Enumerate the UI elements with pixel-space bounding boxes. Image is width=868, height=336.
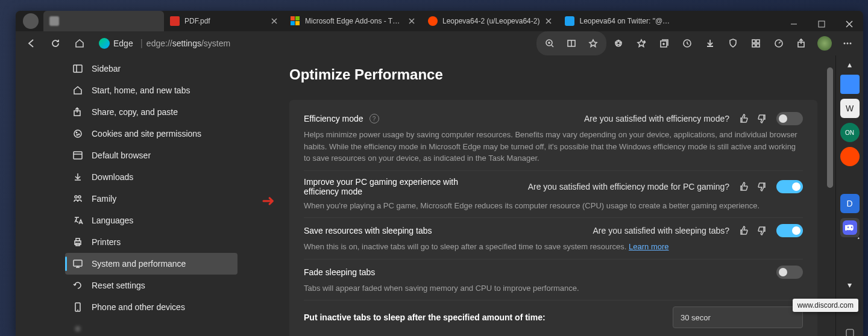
tab-settings[interactable] <box>43 11 164 31</box>
efficiency-row: Efficiency mode ? Are you satisfied with… <box>304 112 803 170</box>
scrollbar[interactable] <box>826 55 834 336</box>
tab-twitter[interactable]: Leopeva64 on Twitter: "@… <box>559 11 676 31</box>
svg-rect-0 <box>291 16 295 20</box>
refresh-button[interactable] <box>45 33 66 54</box>
collections-button[interactable] <box>653 33 675 54</box>
svg-rect-34 <box>846 329 854 336</box>
security-button[interactable] <box>722 33 744 54</box>
home-button[interactable] <box>69 33 90 54</box>
thumbs-down-icon[interactable] <box>757 225 768 236</box>
reset-icon <box>72 280 83 291</box>
sidebar-item-phone[interactable]: Phone and other devices <box>65 296 237 318</box>
info-icon[interactable]: ? <box>370 114 379 123</box>
svg-rect-12 <box>752 44 755 47</box>
address-bar[interactable]: Edge | edge://settings/system <box>95 38 230 49</box>
close-icon[interactable] <box>407 17 416 25</box>
settings-favicon <box>49 16 59 26</box>
rewards-button[interactable] <box>608 33 629 54</box>
sidebar-expand-icon[interactable]: ▾ <box>840 275 860 294</box>
phone-icon <box>72 302 83 313</box>
profile-indicator[interactable] <box>23 13 39 29</box>
row-description: Tabs will appear faded when saving memor… <box>304 282 803 294</box>
favorites-list-button[interactable] <box>631 33 652 54</box>
reader-button[interactable] <box>561 33 582 54</box>
tab-reddit[interactable]: Leopeva64-2 (u/Leopeva64-2) <box>422 11 559 31</box>
back-button[interactable] <box>20 33 42 54</box>
svg-rect-25 <box>74 152 82 159</box>
sidebar-item-browser[interactable]: Default browser <box>65 145 237 166</box>
toolbar: Edge | edge://settings/system <box>16 31 863 55</box>
row-description: When you're playing a PC game, Microsoft… <box>304 200 803 212</box>
thumbs-up-icon[interactable] <box>738 225 749 236</box>
thumbs-down-icon[interactable] <box>757 113 768 124</box>
close-window-button[interactable] <box>835 11 863 37</box>
close-icon[interactable] <box>270 17 278 25</box>
blur-icon <box>72 323 83 334</box>
sidebar-item-download[interactable]: Downloads <box>65 166 237 188</box>
efficiency-toggle[interactable] <box>776 112 803 125</box>
sidebar-discord-icon[interactable] <box>840 218 860 237</box>
downloads-button[interactable] <box>699 33 721 54</box>
maximize-button[interactable] <box>808 11 835 37</box>
pdf-icon <box>170 16 180 26</box>
learn-more-link[interactable]: Learn more <box>629 242 668 251</box>
sleeping-toggle[interactable] <box>776 224 803 237</box>
row-description: Helps minimize power usage by saving com… <box>304 129 803 164</box>
sidebar-item-share[interactable]: Share, copy, and paste <box>65 101 237 123</box>
thumbs-down-icon[interactable] <box>757 181 768 192</box>
sidebar-item-lang[interactable]: Languages <box>65 210 237 231</box>
tab-pdf[interactable]: PDF.pdf <box>164 11 285 31</box>
thumbs-up-icon[interactable] <box>738 181 749 192</box>
fade-toggle[interactable] <box>776 266 803 279</box>
svg-rect-4 <box>819 21 825 27</box>
share-icon <box>72 107 83 117</box>
sidebar-app-d[interactable]: D <box>840 194 860 213</box>
fade-row: Fade sleeping tabs Tabs will appear fade… <box>304 259 803 300</box>
sidebar-item-home[interactable]: Start, home, and new tabs <box>65 79 237 101</box>
feedback-question: Are you satisfied with sleeping tabs? <box>593 226 729 235</box>
sidebar-item-label: System and performance <box>92 259 186 269</box>
settings-main: ➜ Optimize Performance Efficiency mode ?… <box>256 55 835 336</box>
window-controls <box>780 11 863 37</box>
row-description: When this is on, inactive tabs will go t… <box>304 241 803 253</box>
gaming-toggle[interactable] <box>776 180 803 193</box>
sidebar-item-label: Downloads <box>92 172 133 182</box>
history-button[interactable] <box>676 33 698 54</box>
sidebar-app-1[interactable] <box>840 75 860 94</box>
close-icon[interactable] <box>544 17 553 25</box>
feedback-question: Are you satisfied with efficiency mode f… <box>528 182 729 191</box>
svg-rect-1 <box>295 16 300 20</box>
sidebar-wikipedia-icon[interactable]: W <box>840 99 860 118</box>
ms-icon <box>291 16 300 26</box>
sleep-time-dropdown[interactable]: 30 secor <box>673 306 803 328</box>
sidebar-item-sidebar[interactable]: Sidebar <box>65 58 237 79</box>
sidebar-item-label: Reset settings <box>92 281 145 290</box>
sidebar-item-reset[interactable]: Reset settings <box>65 275 237 296</box>
browser-icon <box>72 150 83 161</box>
inactive-row: Put inactive tabs to sleep after the spe… <box>304 300 803 334</box>
sidebar-item-family[interactable]: Family <box>65 188 237 210</box>
sidebar-app-on[interactable]: ON <box>840 123 860 142</box>
sidebar-settings-icon[interactable] <box>840 323 860 336</box>
settings-sidebar: SidebarStart, home, and new tabsShare, c… <box>16 55 256 336</box>
tooltip: www.discord.com <box>793 299 858 312</box>
zoom-button[interactable] <box>539 33 561 54</box>
svg-rect-19 <box>74 65 82 72</box>
tab-addons[interactable]: Microsoft Edge Add-ons - The… <box>285 11 422 31</box>
favorite-button[interactable] <box>582 33 604 54</box>
content-area: SidebarStart, home, and new tabsShare, c… <box>16 55 863 336</box>
thumbs-up-icon[interactable] <box>738 113 749 124</box>
svg-rect-29 <box>76 238 80 241</box>
sidebar-item-blur[interactable] <box>65 318 237 336</box>
row-title: Put inactive tabs to sleep after the spe… <box>304 313 546 322</box>
sidebar-collapse-icon[interactable]: ▴ <box>840 59 860 70</box>
sidebar-item-printer[interactable]: Printers <box>65 231 237 253</box>
sidebar-reddit-icon[interactable] <box>840 147 860 166</box>
extensions-button[interactable] <box>745 33 767 54</box>
product-label: Edge <box>113 39 133 48</box>
home-icon <box>72 85 83 96</box>
sidebar-item-cookie[interactable]: Cookies and site permissions <box>65 123 237 145</box>
tab-title: PDF.pdf <box>184 17 265 25</box>
sidebar-item-system[interactable]: System and performance <box>65 253 237 275</box>
minimize-button[interactable] <box>780 11 808 37</box>
